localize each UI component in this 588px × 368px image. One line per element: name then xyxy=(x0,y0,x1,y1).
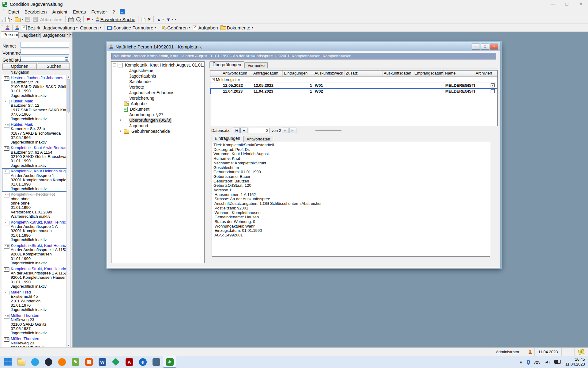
tab-vermerke[interactable]: Vermerke xyxy=(244,62,268,68)
expand-icon[interactable]: + xyxy=(119,130,122,133)
nav-entry[interactable]: KomplettnikStrukt, Knut Heinrich AugustA… xyxy=(2,266,67,289)
open-button[interactable]: ▾ xyxy=(14,16,24,23)
column-header-auskunftsdaten[interactable]: Auskunftsdaten xyxy=(383,71,413,76)
tree-item-label[interactable]: Sachkunde xyxy=(129,79,151,84)
firefox-icon[interactable] xyxy=(55,356,69,368)
browser-blue-icon[interactable] xyxy=(28,356,42,368)
nav-entry-name[interactable]: Hübler, Maik xyxy=(11,122,66,127)
collapse-icon[interactable]: − xyxy=(113,63,116,67)
calendar-icon[interactable] xyxy=(64,56,69,62)
nav-entry-name[interactable]: KomplettnikStrukt, Knut Heinrich August xyxy=(11,243,66,248)
tree-item[interactable]: −Komplettnik, Knut Heinrich August, 01.0… xyxy=(111,62,204,68)
remote-support-icon[interactable]: ↔ xyxy=(120,9,125,14)
table-row[interactable]: 12.05.202212.05.20221W01MELDEREGISTER✓ xyxy=(210,82,497,88)
tree-item[interactable]: Dokument xyxy=(111,106,204,112)
vorname-input[interactable] xyxy=(21,49,69,55)
tree-item-label[interactable]: Komplettnik, Knut Heinrich August, 01.01… xyxy=(124,63,205,67)
nav-entry-name[interactable]: Maier, Fred xyxy=(11,290,66,294)
column-header[interactable] xyxy=(210,71,221,76)
nav-entry-name[interactable]: Müller, Thorsten xyxy=(11,337,66,341)
column-header-eintragungen[interactable]: Eintragungen xyxy=(283,71,313,76)
battery-icon[interactable] xyxy=(554,360,561,364)
collapse-icon[interactable]: − xyxy=(212,78,215,81)
notes-app-icon[interactable]: ✎ xyxy=(69,356,82,368)
column-header-archiviert[interactable]: Archiviert xyxy=(474,71,498,76)
first-record-button[interactable]: |◀ xyxy=(233,128,240,133)
menu-fenster[interactable]: Fenster xyxy=(89,9,110,14)
archiviert-checkbox[interactable] xyxy=(491,89,495,93)
tab-personen[interactable]: Personen xyxy=(1,31,19,38)
tab-eintragungen[interactable]: Eintragungen xyxy=(212,135,243,142)
entry-detail-box[interactable]: Titel: KomplettnikStruktBestandteil Dokt… xyxy=(212,142,490,257)
tree-item[interactable]: Jagdhund xyxy=(111,123,204,128)
jagdverwaltung-menu[interactable]: Jagdverwaltung▾ xyxy=(42,24,79,31)
sonstige-formulare-menu[interactable]: Sonstige Formulare▾ xyxy=(106,24,157,31)
jagdverwaltung-app-icon[interactable]: ✶ xyxy=(163,356,176,368)
nav-entry[interactable]: KomplettnikStrukt, Knut Heinrich AugustA… xyxy=(2,243,67,266)
tree-item-label[interactable]: Jagdaufseher Erlaubnis xyxy=(129,90,175,95)
gebdatum-input[interactable] xyxy=(21,56,64,62)
new-button[interactable]: ▾ xyxy=(4,16,14,23)
tab-antwortdaten[interactable]: Antwortdaten xyxy=(243,136,273,142)
column-header-zusatz[interactable]: Zusatz xyxy=(345,71,383,76)
table-group-row[interactable]: − Melderegister xyxy=(210,77,497,82)
column-header-name[interactable]: Name xyxy=(444,71,474,76)
microphone-icon[interactable] xyxy=(527,360,530,364)
menu-ansicht[interactable]: Ansicht xyxy=(50,9,70,14)
archiviert-checkbox[interactable]: ✓ xyxy=(491,83,495,87)
scroll-down-icon[interactable]: ▼ xyxy=(67,343,70,347)
table-row[interactable]: 11.04.202311.04.20231W02MELDEREGISTER xyxy=(210,88,497,94)
tree-item[interactable]: +Überprüfungen (0/2/0) xyxy=(111,117,204,123)
flag-filter-button[interactable]: ⚑▾ xyxy=(85,16,94,23)
tree-item[interactable]: +Gebührenbescheide xyxy=(111,128,204,134)
optionen-menu[interactable]: Optionen▾ xyxy=(79,24,102,31)
person-button[interactable] xyxy=(14,24,21,31)
tree-item-label[interactable]: Überprüfungen (0/2/0) xyxy=(129,118,172,123)
navigate-up-button[interactable]: ▲▾ xyxy=(155,16,165,23)
file-explorer-icon[interactable] xyxy=(15,356,28,368)
navigation-scrollbar[interactable]: ▲ ▼ xyxy=(66,75,70,347)
nav-entry-name[interactable]: Hübler, Maik xyxy=(11,99,66,103)
tab-jagdbezirke[interactable]: Jagdbezirke xyxy=(19,32,40,38)
tree-item-label[interactable]: Versicherung xyxy=(129,96,155,101)
tree-item-label[interactable]: Verbote xyxy=(129,85,145,90)
toolbar-overflow-icon[interactable]: ▾ xyxy=(175,18,176,21)
diamond-app-icon[interactable] xyxy=(109,356,123,368)
tree-item[interactable]: Jagderlaubnis xyxy=(111,73,204,79)
start-button[interactable] xyxy=(1,356,15,368)
maximize-button[interactable]: □ xyxy=(560,0,574,8)
office-app-icon[interactable]: ▦ xyxy=(82,356,96,368)
media-app-icon[interactable] xyxy=(42,356,55,368)
tab-berprfungen[interactable]: Überprüfungen xyxy=(209,61,244,68)
nav-entry[interactable]: Hesters, Jochen Jo JohannesBautzner Str.… xyxy=(2,75,67,98)
navigate-down-button[interactable]: ▼▾ xyxy=(165,16,175,23)
close-button[interactable]: × xyxy=(574,0,588,8)
nav-entry[interactable]: Komplettnik, Knut Heinrich AugustAn der … xyxy=(2,168,67,192)
scroll-up-icon[interactable]: ▲ xyxy=(67,75,70,79)
tree-item-label[interactable]: Gebührenbescheide xyxy=(131,129,171,134)
word-icon[interactable]: W xyxy=(96,356,109,368)
internet-explorer-icon[interactable]: e xyxy=(136,356,149,368)
nav-entry[interactable]: Maier, FredExistiernicht 4b2101 Wunderli… xyxy=(2,289,67,313)
person-female-button[interactable] xyxy=(4,24,11,31)
tree-item[interactable]: Sachkunde xyxy=(111,79,204,84)
tree-item[interactable]: Verbote xyxy=(111,84,204,90)
tree-item[interactable]: Versicherung xyxy=(111,95,204,101)
tab-scroll-right-icon[interactable]: ▶ xyxy=(69,33,73,37)
dialog-minimize-button[interactable]: — xyxy=(472,44,480,50)
speaker-icon[interactable]: ◄) xyxy=(545,360,550,364)
nav-entry-name[interactable]: Hesters, Jochen Jo Johannes xyxy=(11,76,66,80)
nav-entry-name[interactable]: Komplettnik, Knut Alwin Bertram Christ xyxy=(11,146,66,150)
wifi-icon[interactable] xyxy=(534,360,540,364)
nav-entry[interactable]: !Komplettnik, Theodor Totohne ohneohne o… xyxy=(2,192,67,219)
minimize-button[interactable]: — xyxy=(546,0,560,8)
column-header-auskunftszweck[interactable]: Auskunftszweck xyxy=(313,71,345,76)
tree-item-label[interactable]: Anordnung n. §27 xyxy=(129,112,164,117)
dialog-close-button[interactable]: × xyxy=(490,44,498,50)
tree-item[interactable]: Aufgabe xyxy=(111,101,204,106)
note-icon[interactable] xyxy=(578,349,585,355)
column-header-antwortdatum[interactable]: Antwortdatum xyxy=(221,71,252,76)
menu-extras[interactable]: Extras xyxy=(70,9,89,14)
tree-item-label[interactable]: Jagdscheine xyxy=(129,68,154,73)
column-header-anfragedatum[interactable]: Anfragedatum xyxy=(252,71,283,76)
